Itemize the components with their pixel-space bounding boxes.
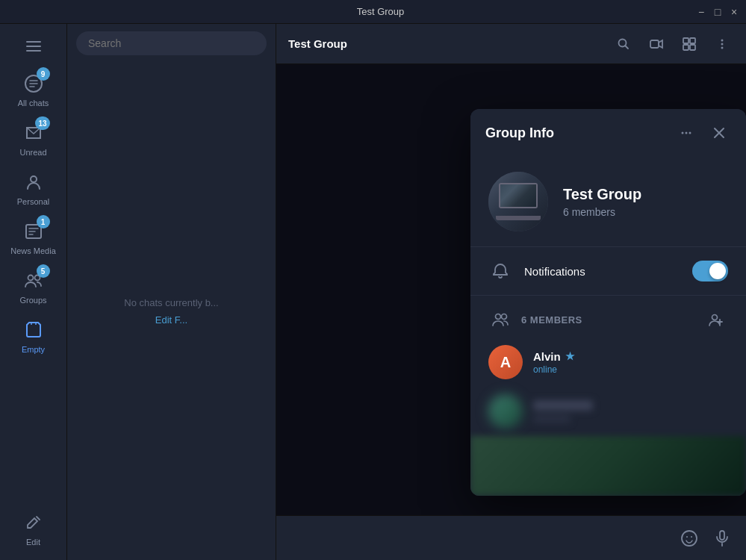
group-name: Test Group <box>563 186 728 203</box>
chat-body: mbers tory s t.me/title rent rights Grou… <box>276 64 746 515</box>
members-icon <box>488 308 512 332</box>
member-status-blurred <box>533 415 571 423</box>
sidebar-item-all-chats[interactable]: 9 All chats <box>4 66 63 112</box>
sidebar-item-empty[interactable]: Empty <box>4 312 63 358</box>
no-chats-message: No chats currently b... Edit F... <box>67 63 276 560</box>
member-avatar-blurred <box>488 394 523 429</box>
toggle-thumb <box>709 263 726 279</box>
svg-point-14 <box>721 39 724 41</box>
empty-icon-wrap <box>20 317 47 343</box>
modal-more-button[interactable] <box>674 121 698 145</box>
group-avatar <box>488 172 548 231</box>
chat-header: Test Group <box>276 24 746 64</box>
svg-point-4 <box>31 176 37 182</box>
svg-rect-10 <box>683 38 689 43</box>
svg-point-15 <box>721 43 724 45</box>
edit-filter-link[interactable]: Edit F... <box>155 314 187 326</box>
all-chats-icon-wrap: 9 <box>20 70 47 97</box>
members-count-label: 6 MEMBERS <box>521 314 582 326</box>
member-info-alvin: Alvin ★ online <box>533 350 728 375</box>
chat-list-panel: No chats currently b... Edit F... <box>67 24 276 560</box>
group-info-modal: Group Info <box>470 109 746 496</box>
notifications-label: Notifications <box>524 265 680 278</box>
close-button[interactable]: × <box>728 6 740 18</box>
add-member-button[interactable] <box>704 308 728 332</box>
app-container: 9 All chats 13 Unread Perso <box>0 24 746 560</box>
blurred-content <box>470 436 746 496</box>
sidebar-item-news-media[interactable]: 1 News Media <box>4 214 63 260</box>
all-chats-label: All chats <box>18 99 49 108</box>
sidebar-item-groups[interactable]: 5 Groups <box>4 263 63 309</box>
member-avatar-alvin: A <box>488 345 523 379</box>
svg-point-24 <box>686 536 688 538</box>
groups-label: Groups <box>19 296 46 305</box>
svg-rect-26 <box>720 531 724 540</box>
maximize-button[interactable]: □ <box>712 6 724 18</box>
more-options-button[interactable] <box>710 32 734 56</box>
sidebar-bottom: Edit <box>4 505 63 554</box>
layout-button[interactable] <box>677 32 701 56</box>
member-info-blurred <box>533 400 728 423</box>
svg-point-16 <box>721 46 724 49</box>
svg-rect-0 <box>26 41 41 43</box>
member-item-alvin[interactable]: A Alvin ★ online <box>470 337 746 387</box>
modal-overlay: Group Info <box>276 64 746 515</box>
notifications-toggle[interactable] <box>692 261 728 281</box>
news-badge: 1 <box>37 215 50 228</box>
unread-label: Unread <box>19 148 46 157</box>
bell-icon <box>488 259 512 283</box>
edit-icon-wrap <box>20 509 47 536</box>
toggle-track <box>692 261 728 281</box>
menu-button[interactable] <box>17 30 50 63</box>
sidebar-item-edit[interactable]: Edit <box>4 505 63 551</box>
member-item-blurred[interactable] <box>470 387 746 436</box>
svg-point-6 <box>28 276 33 281</box>
svg-rect-1 <box>26 46 41 47</box>
news-media-icon-wrap: 1 <box>20 218 47 245</box>
sidebar-item-unread[interactable]: 13 Unread <box>4 115 63 161</box>
search-input[interactable] <box>76 31 267 55</box>
search-chat-button[interactable] <box>612 32 635 56</box>
news-media-label: News Media <box>10 246 56 255</box>
unread-icon-wrap: 13 <box>20 119 47 146</box>
minimize-button[interactable]: − <box>695 6 707 18</box>
member-name-alvin: Alvin ★ <box>533 350 728 363</box>
personal-label: Personal <box>17 197 49 206</box>
svg-rect-12 <box>683 45 689 50</box>
voice-button[interactable] <box>710 526 734 550</box>
group-members-count: 6 members <box>563 206 728 218</box>
svg-rect-13 <box>690 45 695 50</box>
svg-point-17 <box>682 132 684 134</box>
groups-badge: 5 <box>37 264 50 278</box>
search-bar <box>67 24 276 63</box>
member-status-alvin: online <box>533 364 728 375</box>
svg-point-22 <box>712 315 718 320</box>
sidebar-item-personal[interactable]: Personal <box>4 164 63 211</box>
emoji-button[interactable] <box>677 526 701 550</box>
members-row-left: 6 MEMBERS <box>488 308 582 332</box>
modal-header-actions <box>674 121 731 145</box>
all-chats-badge: 9 <box>37 67 50 81</box>
group-details: Test Group 6 members <box>563 186 728 218</box>
window-controls: − □ × <box>695 6 740 18</box>
group-avatar-inner <box>488 172 548 231</box>
modal-close-button[interactable] <box>707 121 731 145</box>
svg-rect-9 <box>650 40 659 48</box>
title-bar: Test Group − □ × <box>0 0 746 24</box>
modal-header: Group Info <box>470 109 746 157</box>
svg-rect-11 <box>690 38 695 43</box>
member-name-blurred <box>533 400 593 411</box>
members-header: 6 MEMBERS <box>470 296 746 337</box>
personal-icon-wrap <box>20 169 47 196</box>
svg-point-19 <box>689 132 691 134</box>
video-call-button[interactable] <box>644 32 668 56</box>
sidebar: 9 All chats 13 Unread Perso <box>0 24 67 560</box>
unread-badge: 13 <box>35 116 49 130</box>
modal-title: Group Info <box>485 125 554 141</box>
members-section: 6 MEMBERS <box>470 296 746 496</box>
group-info-section: Test Group 6 members <box>470 157 746 246</box>
svg-point-20 <box>496 314 501 320</box>
groups-icon-wrap: 5 <box>20 267 47 294</box>
admin-star-icon: ★ <box>565 350 575 362</box>
svg-point-18 <box>686 132 688 134</box>
